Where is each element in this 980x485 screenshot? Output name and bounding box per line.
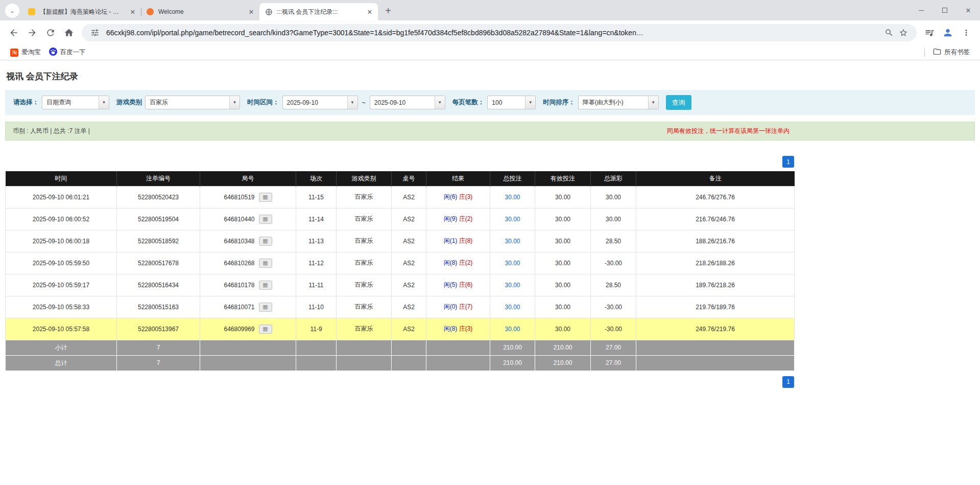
window-controls: ✕ xyxy=(910,0,980,20)
forward-icon[interactable] xyxy=(23,24,41,41)
close-tab-icon[interactable]: ✕ xyxy=(366,8,374,16)
summary-cell xyxy=(392,340,426,355)
date-from-select[interactable]: ▼ xyxy=(282,96,358,109)
cell-total-bet: 30.00 xyxy=(490,186,535,208)
per-page-select[interactable]: ▼ xyxy=(487,96,536,109)
chevron-down-icon[interactable]: ▼ xyxy=(347,96,357,109)
query-type-select[interactable]: ▼ xyxy=(42,96,109,109)
close-tab-icon[interactable]: ✕ xyxy=(247,8,255,16)
cell-payout: -30.00 xyxy=(591,318,636,340)
table-row: 2025-09-10 05:57:58522800513967646809969… xyxy=(6,318,795,340)
tab-search-button[interactable]: ⌄ xyxy=(5,4,19,18)
table-row: 2025-09-10 06:01:21522800520423646810519… xyxy=(6,186,795,208)
profile-avatar-icon[interactable] xyxy=(939,24,957,41)
cell-game-type: 百家乐 xyxy=(337,274,392,296)
cell-note: 246.76/276.76 xyxy=(636,186,795,208)
zoom-icon[interactable] xyxy=(882,26,896,40)
round-number: 646810440 xyxy=(224,216,254,223)
game-type-select[interactable]: ▼ xyxy=(145,96,240,109)
cell-round: 646810440▦ xyxy=(200,208,296,230)
menu-kebab-icon[interactable] xyxy=(958,24,975,41)
bookmark-baidu[interactable]: 百度一下 xyxy=(45,47,90,59)
per-page-value[interactable] xyxy=(488,96,525,109)
result-player: 闲(9) xyxy=(444,215,458,222)
result-banker: 庄(2) xyxy=(459,215,473,222)
column-header: 结果 xyxy=(426,171,490,186)
cell-total-bet: 30.00 xyxy=(490,252,535,274)
result-player: 闲(6) xyxy=(444,193,458,200)
summary-cell xyxy=(337,355,392,371)
cell-round: 646810268▦ xyxy=(200,252,296,274)
tab-welcome[interactable]: Welcome ✕ xyxy=(141,3,259,20)
tab-forum[interactable]: 【新提醒】海燕策略论坛 - 综合… ✕ xyxy=(22,3,141,20)
close-tab-icon[interactable]: ✕ xyxy=(129,8,137,16)
cell-bet-id: 522800517678 xyxy=(117,252,200,274)
chevron-down-icon[interactable]: ▼ xyxy=(525,96,535,109)
chevron-down-icon[interactable]: ▼ xyxy=(648,96,658,109)
back-icon[interactable] xyxy=(5,24,22,41)
replay-video-icon[interactable]: ▦ xyxy=(259,193,272,202)
date-from-value[interactable] xyxy=(283,96,347,109)
search-button[interactable]: 查询 xyxy=(666,95,691,110)
total-bet-link[interactable]: 30.00 xyxy=(505,282,520,289)
close-window-button[interactable]: ✕ xyxy=(957,0,980,20)
total-bet-link[interactable]: 30.00 xyxy=(505,194,520,201)
chevron-down-icon[interactable]: ▼ xyxy=(229,96,240,109)
url-text[interactable]: 66cxkj98.com/ipl/portal.php/game/betreco… xyxy=(106,29,877,37)
summary-row: 小计7210.00210.0027.00 xyxy=(6,340,795,355)
summary-cell: 210.00 xyxy=(535,340,591,355)
new-tab-button[interactable]: + xyxy=(381,4,395,18)
all-bookmarks-button[interactable]: 所有书签 xyxy=(929,47,974,59)
sort-order-value[interactable] xyxy=(579,96,648,109)
pagination-top: 1 xyxy=(5,156,794,168)
date-to-value[interactable] xyxy=(370,96,435,109)
replay-video-icon[interactable]: ▦ xyxy=(259,215,272,224)
bookmark-star-icon[interactable] xyxy=(896,26,911,40)
cell-session: 11-9 xyxy=(296,318,337,340)
site-settings-icon[interactable] xyxy=(88,26,102,40)
date-to-select[interactable]: ▼ xyxy=(370,96,445,109)
maximize-button[interactable] xyxy=(933,0,957,20)
refresh-icon[interactable] xyxy=(42,24,59,41)
cell-session: 11-10 xyxy=(296,296,337,318)
summary-row: 总计7210.00210.0027.00 xyxy=(6,355,795,371)
summary-cell xyxy=(296,355,337,371)
address-bar[interactable]: 66cxkj98.com/ipl/portal.php/game/betreco… xyxy=(82,24,917,41)
cell-valid-bet: 30.00 xyxy=(535,274,591,296)
cell-payout: 30.00 xyxy=(591,208,636,230)
chevron-down-icon[interactable]: ▼ xyxy=(99,96,109,109)
summary-cell: 总计 xyxy=(6,355,117,371)
page-button-1[interactable]: 1 xyxy=(782,156,794,168)
column-header: 有效投注 xyxy=(535,171,591,186)
cell-table-no: AS2 xyxy=(392,296,426,318)
media-controls-icon[interactable] xyxy=(921,24,938,41)
replay-video-icon[interactable]: ▦ xyxy=(259,237,272,246)
page-button-1[interactable]: 1 xyxy=(782,376,794,388)
minimize-button[interactable] xyxy=(910,0,933,20)
home-icon[interactable] xyxy=(60,24,78,41)
bookmark-taobao[interactable]: 淘 爱淘宝 xyxy=(6,47,45,59)
table-body: 2025-09-10 06:01:21522800520423646810519… xyxy=(6,186,795,340)
cell-bet-id: 522800518592 xyxy=(117,230,200,252)
query-type-value[interactable] xyxy=(42,96,99,109)
cell-result: 闲(1) 庄(8) xyxy=(426,230,490,252)
total-bet-link[interactable]: 30.00 xyxy=(505,260,520,267)
cell-payout: 28.50 xyxy=(591,230,636,252)
result-player: 闲(8) xyxy=(444,325,458,332)
replay-video-icon[interactable]: ▦ xyxy=(259,281,272,290)
replay-video-icon[interactable]: ▦ xyxy=(259,325,272,334)
result-player: 闲(8) xyxy=(444,259,458,266)
cell-bet-id: 522800516434 xyxy=(117,274,200,296)
column-header: 总派彩 xyxy=(591,171,636,186)
chevron-down-icon[interactable]: ▼ xyxy=(435,96,445,109)
total-bet-link[interactable]: 30.00 xyxy=(505,304,520,311)
game-type-label: 游戏类别 xyxy=(116,98,142,107)
replay-video-icon[interactable]: ▦ xyxy=(259,259,272,268)
tab-bet-records[interactable]: :::视讯 会员下注纪录::: ✕ xyxy=(259,3,378,20)
game-type-value[interactable] xyxy=(146,96,229,109)
total-bet-link[interactable]: 30.00 xyxy=(505,238,520,245)
total-bet-link[interactable]: 30.00 xyxy=(505,216,520,223)
sort-order-select[interactable]: ▼ xyxy=(578,96,659,109)
total-bet-link[interactable]: 30.00 xyxy=(505,326,520,333)
replay-video-icon[interactable]: ▦ xyxy=(259,303,272,312)
